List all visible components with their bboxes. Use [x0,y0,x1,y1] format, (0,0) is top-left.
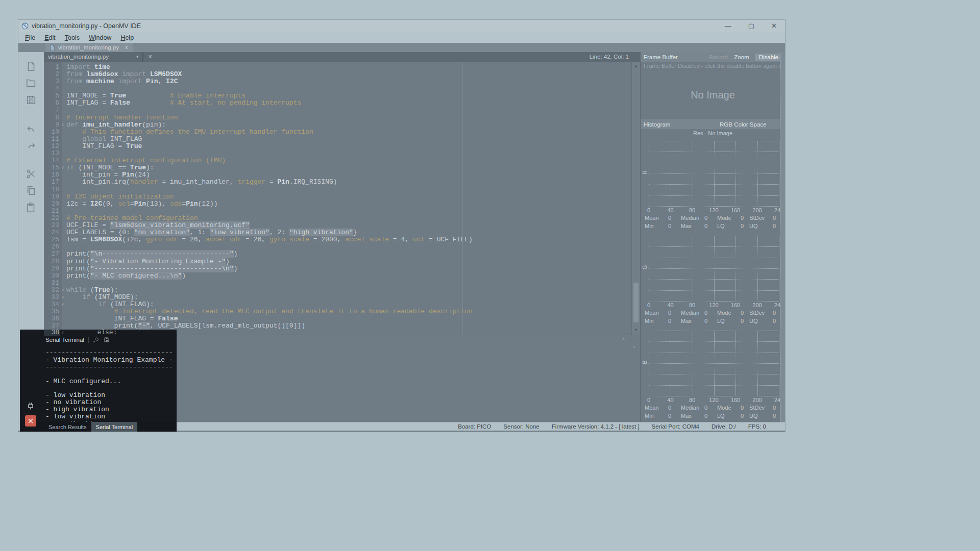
line-number: 7 [44,107,60,114]
tick-label: 0 [647,207,650,213]
code-text: int_pin.irq(handler = imu_int_handler, t… [65,179,337,186]
tick-label: 200 [752,207,762,213]
fold-icon[interactable]: ∨ [60,330,65,336]
gridline [649,246,779,247]
fold-icon[interactable]: ∨ [60,287,65,294]
scroll-down-icon[interactable]: ▼ [632,327,640,334]
paste-icon[interactable] [25,202,37,214]
record-button: Record [709,54,728,60]
line-number: 23 [44,222,60,229]
file-selector-label: vibration_monitoring.py [48,54,109,60]
menu-edit[interactable]: Edit [40,33,60,42]
code-text: if (INT_MODE == True): [65,164,154,171]
scrollbar-thumb[interactable] [633,283,639,322]
editor-close-icon[interactable]: ✕ [143,52,157,62]
gutter-space [60,136,65,143]
stats-row: Mean0Median0Mode0StDev0 [642,404,779,412]
fold-icon[interactable]: ∨ [60,121,65,129]
menu-file[interactable]: File [20,33,40,42]
save-file-icon[interactable] [25,94,37,106]
line-number: 22 [44,215,60,222]
file-selector-dropdown[interactable]: vibration_monitoring.py ▾ [44,52,143,62]
code-text: i2c = I2C(0, scl=Pin(13), sda=Pin(12)) [65,201,218,208]
editor-scrollbar[interactable]: ▲ ▼ [631,62,640,335]
tab-close-icon[interactable]: ✕ [124,44,129,51]
line-number: 30 [44,272,60,280]
code-text: # Pre-trained model configuration [65,215,198,222]
minimize-button[interactable]: — [725,20,731,32]
tick-label: 160 [731,302,740,308]
code-editor[interactable]: 1import time2from lsm6dsox import LSM6DS… [44,62,640,335]
gutter-space [60,229,65,236]
status-item: Drive: D:/ [712,423,736,430]
line-number: 21 [44,208,60,215]
menu-help[interactable]: Help [116,33,138,42]
color-space-dropdown[interactable]: RGB Color Space ▾ [720,121,782,128]
stat: Max0 [681,413,717,419]
code-line: 37 print("-", UCF_LABELS[lsm.read_mlc_ou… [44,322,632,330]
line-number: 20 [44,201,60,208]
gutter-space [60,236,65,243]
app-icon [21,22,29,30]
gutter-space [60,322,65,330]
tab-serial-terminal[interactable]: Serial Terminal [91,422,138,432]
terminal-output[interactable]: --------------------------------- Vibrat… [20,344,177,428]
channel-label: G [642,264,648,271]
chevron-up-icon[interactable]: ⌃ [621,337,626,344]
redo-icon[interactable] [25,139,37,152]
stat-label: StDev [749,310,773,316]
stat-label: UQ [749,223,773,229]
new-file-icon[interactable] [25,60,37,72]
fold-icon[interactable]: ∨ [60,294,65,301]
code-line: 24UCF_LABELS = {0: "no vibration", 1: "l… [44,229,632,236]
line-number: 17 [44,179,60,186]
open-file-icon[interactable] [25,77,37,89]
gridline [649,236,779,236]
tab-vibration-monitoring[interactable]: vibration_monitoring.py ✕ [45,43,133,52]
copy-icon[interactable] [25,185,37,197]
save-log-icon[interactable] [104,337,110,343]
code-line: 7 [44,107,632,114]
cut-icon[interactable] [25,168,37,180]
stat-value: 0 [704,223,707,229]
clear-terminal-icon[interactable] [93,337,100,343]
close-button[interactable]: ✕ [771,20,777,32]
gridline [649,141,779,141]
fold-icon[interactable]: ∨ [60,301,65,308]
stop-script-button[interactable] [25,415,36,427]
tab-search-results[interactable]: Search Results [44,422,91,432]
undo-icon[interactable] [25,122,37,135]
chevron-up-icon[interactable]: ⌃ [632,345,636,352]
fold-icon[interactable]: ∨ [60,164,65,171]
code-text: global INT_FLAG [65,136,142,143]
disable-button[interactable]: Disable [755,54,782,61]
stat-value: 0 [773,405,776,411]
stat: Max0 [681,318,717,324]
gutter-space [60,315,65,322]
scroll-up-icon[interactable]: ▲ [632,63,640,70]
code-text: print("- Vibration Monitoring Example -"… [65,258,230,265]
gutter-space [60,114,65,121]
menu-tools[interactable]: Tools [60,33,84,42]
stat: StDev0 [749,405,779,411]
code-line: 30print("- MLC configured...\n") [44,272,632,280]
histogram-channel-g: G04080120160200240Mean0Median0Mode0StDev… [642,234,779,325]
stat-value: 0 [741,318,744,324]
stat-label: Min [645,318,668,324]
tick-label: 40 [667,207,673,213]
histogram-plot [649,331,779,396]
code-text: if (INT_MODE): [65,294,138,301]
gridline [649,374,779,374]
stat-value: 0 [741,310,744,316]
menu-window[interactable]: Window [84,33,116,42]
gutter-space [60,171,65,179]
maximize-button[interactable]: ▢ [748,20,754,32]
line-number: 27 [44,251,60,258]
connect-button[interactable] [25,400,36,411]
gutter-space [60,258,65,265]
panel-scrollbar[interactable] [780,52,785,422]
gutter-space [60,265,65,272]
line-number: 14 [44,157,60,164]
line-number: 18 [44,186,60,193]
zoom-button[interactable]: Zoom [734,54,749,60]
